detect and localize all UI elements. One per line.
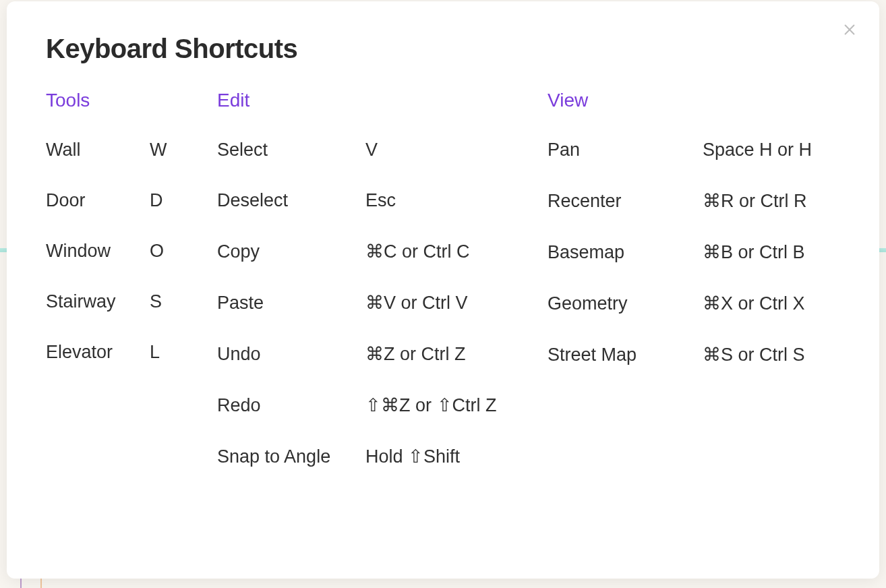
shortcut-row: Copy ⌘C or Ctrl C [217, 241, 548, 262]
shortcut-row: Select V [217, 140, 548, 160]
shortcut-row: Undo ⌘Z or Ctrl Z [217, 343, 548, 365]
shortcut-key: ⌘S or Ctrl S [703, 344, 805, 365]
shortcut-label: Window [46, 241, 150, 262]
shortcut-row: Recenter ⌘R or Ctrl R [548, 190, 840, 212]
shortcut-key: Esc [365, 190, 396, 211]
shortcut-label: Deselect [217, 190, 365, 211]
shortcut-label: Snap to Angle [217, 446, 365, 467]
shortcut-row: Deselect Esc [217, 190, 548, 211]
shortcut-key: ⌘C or Ctrl C [365, 241, 470, 262]
shortcut-key: V [365, 140, 378, 160]
shortcut-label: Door [46, 190, 150, 211]
shortcut-key: ⌘Z or Ctrl Z [365, 343, 466, 365]
shortcut-label: Undo [217, 344, 365, 365]
shortcut-row: Paste ⌘V or Ctrl V [217, 292, 548, 314]
shortcut-key: Hold ⇧Shift [365, 446, 460, 467]
shortcut-key: ⌘R or Ctrl R [703, 190, 807, 212]
shortcut-label: Stairway [46, 291, 150, 312]
shortcut-key: ⌘V or Ctrl V [365, 292, 468, 314]
shortcut-row: Street Map ⌘S or Ctrl S [548, 344, 840, 365]
shortcut-label: Pan [548, 140, 703, 160]
shortcut-key: ⌘B or Ctrl B [703, 241, 805, 263]
shortcut-label: Elevator [46, 342, 150, 363]
keyboard-shortcuts-modal: Keyboard Shortcuts Tools Wall W Door D W… [7, 1, 879, 579]
shortcut-label: Wall [46, 140, 150, 160]
shortcut-key: S [150, 291, 162, 312]
tools-header: Tools [46, 90, 217, 111]
shortcut-row: Wall W [46, 140, 217, 160]
shortcut-label: Geometry [548, 293, 703, 314]
shortcut-row: Pan Space H or H [548, 140, 840, 160]
shortcut-row: Redo ⇧⌘Z or ⇧Ctrl Z [217, 394, 548, 416]
shortcut-label: Copy [217, 241, 365, 262]
shortcut-label: Street Map [548, 345, 703, 365]
shortcut-key: L [150, 342, 160, 363]
shortcut-row: Basemap ⌘B or Ctrl B [548, 241, 840, 263]
shortcut-label: Redo [217, 395, 365, 416]
shortcut-label: Recenter [548, 191, 703, 212]
shortcut-row: Door D [46, 190, 217, 211]
edit-column: Edit Select V Deselect Esc Copy ⌘C or Ct… [217, 90, 548, 467]
shortcut-key: O [150, 241, 164, 262]
view-column: View Pan Space H or H Recenter ⌘R or Ctr… [548, 90, 840, 467]
shortcut-key: W [150, 140, 167, 160]
shortcut-row: Stairway S [46, 291, 217, 312]
shortcut-row: Snap to Angle Hold ⇧Shift [217, 446, 548, 467]
shortcut-key: Space H or H [703, 140, 812, 160]
shortcut-key: ⇧⌘Z or ⇧Ctrl Z [365, 394, 497, 416]
shortcut-columns: Tools Wall W Door D Window O Stairway S … [46, 90, 840, 467]
shortcut-row: Window O [46, 241, 217, 262]
shortcut-label: Basemap [548, 242, 703, 263]
background-floorplan-peek [0, 579, 886, 588]
close-icon [842, 22, 857, 37]
view-header: View [548, 90, 840, 111]
edit-header: Edit [217, 90, 548, 111]
shortcut-key: D [150, 190, 163, 211]
shortcut-label: Select [217, 140, 365, 160]
close-button[interactable] [840, 20, 859, 39]
shortcut-row: Elevator L [46, 342, 217, 363]
tools-column: Tools Wall W Door D Window O Stairway S … [46, 90, 217, 467]
modal-title: Keyboard Shortcuts [46, 34, 840, 64]
shortcut-label: Paste [217, 293, 365, 314]
shortcut-key: ⌘X or Ctrl X [703, 293, 805, 314]
shortcut-row: Geometry ⌘X or Ctrl X [548, 293, 840, 314]
